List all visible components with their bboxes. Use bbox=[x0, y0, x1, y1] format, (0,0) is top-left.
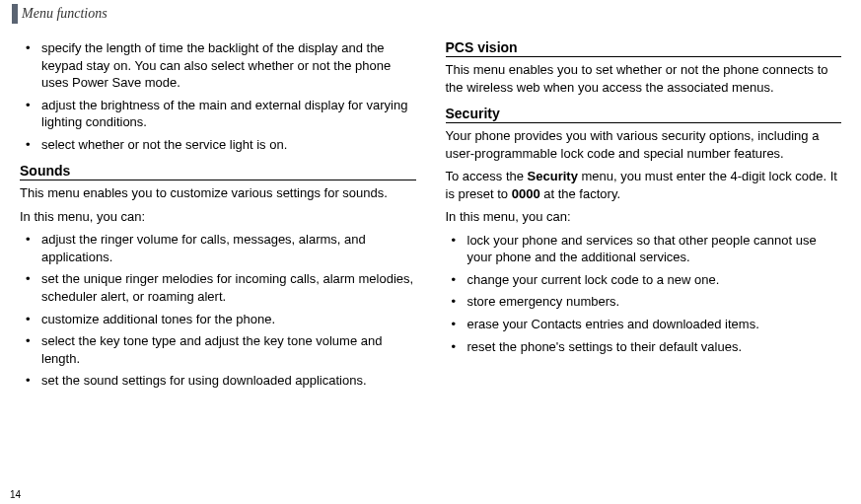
page-number: 14 bbox=[10, 489, 21, 500]
text-fragment: To access the bbox=[446, 169, 528, 183]
list-item: select whether or not the service light … bbox=[41, 136, 416, 154]
list-item: customize additional tones for the phone… bbox=[41, 311, 416, 328]
pcs-desc: This menu enables you to set whether or … bbox=[446, 61, 842, 96]
list-item: adjust the ringer volume for calls, mess… bbox=[41, 231, 416, 265]
security-intro: In this menu, you can: bbox=[446, 208, 842, 226]
list-item: specify the length of time the backlight… bbox=[41, 39, 416, 92]
list-item: change your current lock code to a new o… bbox=[467, 271, 842, 289]
sounds-intro: In this menu, you can: bbox=[20, 208, 416, 226]
security-bullets: lock your phone and services so that oth… bbox=[446, 232, 842, 355]
header-accent-bar bbox=[12, 4, 18, 24]
pcs-title: PCS vision bbox=[446, 39, 842, 55]
right-column: PCS vision This menu enables you to set … bbox=[446, 39, 842, 395]
list-item: set the sound settings for using downloa… bbox=[41, 372, 416, 390]
content-columns: specify the length of time the backlight… bbox=[0, 24, 861, 395]
section-divider bbox=[446, 122, 842, 123]
header-title: Menu functions bbox=[22, 6, 108, 22]
intro-bullets: specify the length of time the backlight… bbox=[20, 39, 416, 153]
sounds-title: Sounds bbox=[20, 163, 416, 179]
list-item: lock your phone and services so that oth… bbox=[467, 232, 842, 266]
list-item: store emergency numbers. bbox=[467, 293, 842, 311]
sounds-desc: This menu enables you to customize vario… bbox=[20, 184, 416, 202]
list-item: select the key tone type and adjust the … bbox=[41, 332, 416, 367]
text-bold: Security bbox=[528, 169, 578, 183]
list-item: set the unique ringer melodies for incom… bbox=[41, 270, 416, 305]
list-item: adjust the brightness of the main and ex… bbox=[41, 97, 416, 131]
security-title: Security bbox=[446, 106, 842, 121]
sounds-bullets: adjust the ringer volume for calls, mess… bbox=[20, 231, 416, 389]
text-bold: 0000 bbox=[512, 186, 540, 201]
page-header: Menu functions bbox=[0, 0, 861, 24]
list-item: reset the phone's settings to their defa… bbox=[467, 338, 842, 356]
security-desc: Your phone provides you with various sec… bbox=[446, 127, 842, 162]
security-access: To access the Security menu, you must en… bbox=[446, 168, 842, 202]
section-divider bbox=[20, 180, 416, 180]
left-column: specify the length of time the backlight… bbox=[20, 39, 416, 395]
text-fragment: at the factory. bbox=[540, 186, 620, 201]
list-item: erase your Contacts entries and download… bbox=[467, 316, 842, 333]
section-divider bbox=[446, 56, 842, 57]
